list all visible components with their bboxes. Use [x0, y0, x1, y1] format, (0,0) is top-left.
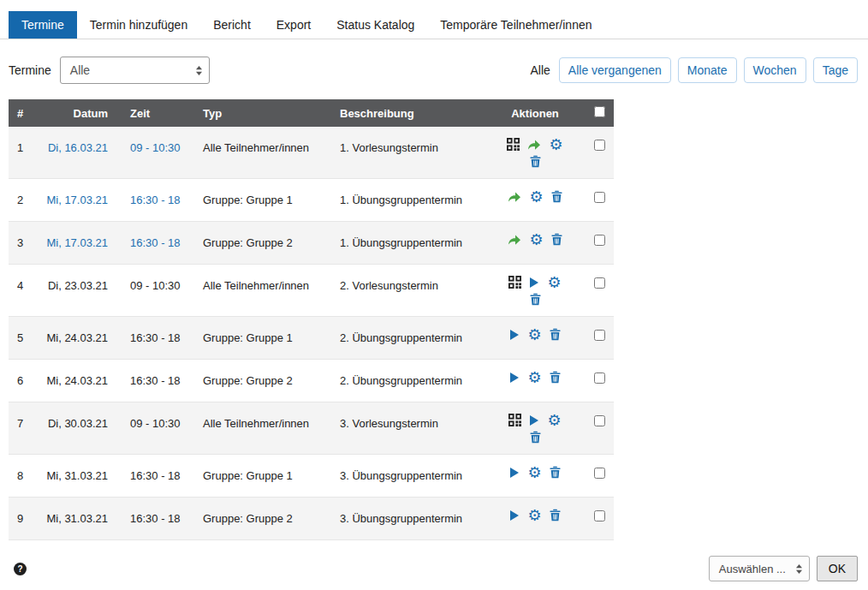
table-row: 4 Di, 23.03.21 09 - 10:30 Alle Teilnehme… — [9, 265, 614, 317]
table-row: 3 Mi, 17.03.21 16:30 - 18 Gruppe: Gruppe… — [9, 222, 614, 265]
range-label: Alle — [530, 63, 550, 77]
tab-bar: Termine Termin hinzufügen Bericht Export… — [0, 0, 868, 39]
bulk-action-area: Auswählen ... OK — [709, 556, 858, 581]
table-row: 8 Mi, 31.03.21 16:30 - 18 Gruppe: Gruppe… — [9, 455, 614, 498]
play-icon[interactable] — [529, 275, 539, 289]
table-header-row: # Datum Zeit Typ Beschreibung Aktionen — [9, 99, 614, 127]
cell-num: 4 — [9, 265, 38, 317]
cell-type: Alle Teilnehmer/innen — [196, 265, 333, 317]
cell-type: Gruppe: Gruppe 2 — [196, 498, 333, 540]
termine-filter-select[interactable]: Alle — [60, 57, 210, 84]
date-link[interactable]: Mi, 17.03.21 — [46, 236, 108, 249]
select-stepper-icon — [795, 563, 803, 575]
tab-termine[interactable]: Termine — [9, 11, 77, 39]
trash-icon[interactable] — [550, 465, 561, 480]
trash-icon[interactable] — [530, 154, 541, 169]
cell-num: 7 — [9, 402, 38, 455]
row-checkbox[interactable] — [594, 468, 605, 479]
cell-time: 16:30 - 18 — [123, 455, 196, 498]
cell-type: Gruppe: Gruppe 2 — [196, 360, 333, 402]
cell-description: 3. Übungsgruppentermin — [333, 455, 485, 498]
date-link[interactable]: Mi, 17.03.21 — [46, 194, 108, 206]
trash-icon[interactable] — [530, 430, 541, 444]
row-checkbox[interactable] — [594, 192, 605, 203]
gear-icon[interactable]: ⚙ — [529, 232, 543, 247]
range-button-tage[interactable]: Tage — [813, 57, 858, 83]
cell-num: 6 — [9, 360, 38, 402]
row-checkbox[interactable] — [594, 140, 605, 151]
header-num: # — [9, 99, 38, 127]
filter-label: Termine — [9, 63, 51, 77]
row-checkbox[interactable] — [594, 415, 605, 426]
trash-icon[interactable] — [551, 232, 562, 247]
gear-icon[interactable]: ⚙ — [547, 413, 561, 427]
range-button-wochen[interactable]: Wochen — [744, 57, 806, 83]
table-row: 6 Mi, 24.03.21 16:30 - 18 Gruppe: Gruppe… — [9, 360, 614, 402]
table-row: 1 Di, 16.03.21 09 - 10:30 Alle Teilnehme… — [9, 127, 614, 179]
cell-type: Alle Teilnehmer/innen — [196, 127, 333, 179]
bulk-action-value: Auswählen ... — [719, 563, 786, 575]
play-icon[interactable] — [509, 327, 520, 342]
cell-time: 16:30 - 18 — [123, 317, 196, 360]
play-icon[interactable] — [509, 508, 520, 522]
cell-type: Gruppe: Gruppe 1 — [196, 179, 333, 222]
cell-num: 1 — [9, 127, 38, 179]
tab-export[interactable]: Export — [264, 11, 324, 39]
forward-arrow-icon[interactable] — [527, 137, 541, 152]
time-link[interactable]: 16:30 - 18 — [130, 194, 181, 206]
gear-icon[interactable]: ⚙ — [527, 327, 541, 342]
cell-time: 16:30 - 18 — [123, 360, 196, 402]
cell-description: 3. Vorlesungstermin — [333, 402, 485, 455]
cell-time: 09 - 10:30 — [123, 265, 196, 317]
gear-icon[interactable]: ⚙ — [547, 275, 561, 289]
gear-icon[interactable]: ⚙ — [529, 189, 543, 204]
tab-bericht[interactable]: Bericht — [200, 11, 264, 39]
row-checkbox[interactable] — [594, 372, 605, 384]
row-checkbox[interactable] — [594, 277, 605, 289]
row-checkbox[interactable] — [594, 510, 605, 521]
tab-termin-hinzufuegen[interactable]: Termin hinzufügen — [77, 11, 200, 39]
trash-icon[interactable] — [550, 327, 561, 342]
time-link[interactable]: 09 - 10:30 — [130, 141, 181, 154]
trash-icon[interactable] — [551, 189, 562, 204]
cell-description: 2. Übungsgruppentermin — [333, 317, 485, 360]
cell-type: Gruppe: Gruppe 1 — [196, 455, 333, 498]
bulk-action-select[interactable]: Auswählen ... — [709, 556, 810, 581]
play-icon[interactable] — [529, 413, 539, 427]
date-link[interactable]: Di, 16.03.21 — [48, 141, 108, 154]
row-checkbox[interactable] — [594, 235, 605, 246]
range-button-monate[interactable]: Monate — [678, 57, 737, 83]
cell-description: 2. Übungsgruppentermin — [333, 360, 485, 402]
forward-arrow-icon[interactable] — [508, 189, 521, 204]
cell-num: 9 — [9, 498, 38, 540]
forward-arrow-icon[interactable] — [508, 232, 521, 247]
cell-type: Alle Teilnehmer/innen — [196, 402, 333, 455]
table-row: 7 Di, 30.03.21 09 - 10:30 Alle Teilnehme… — [9, 402, 614, 455]
tab-status-katalog[interactable]: Status Katalog — [324, 11, 427, 39]
time-link[interactable]: 16:30 - 18 — [130, 236, 181, 249]
row-checkbox[interactable] — [594, 330, 605, 341]
trash-icon[interactable] — [550, 508, 561, 522]
cell-description: 1. Übungsgruppentermin — [333, 179, 485, 222]
gear-icon[interactable]: ⚙ — [527, 370, 541, 384]
cell-type: Gruppe: Gruppe 2 — [196, 222, 333, 265]
table-row: 5 Mi, 24.03.21 16:30 - 18 Gruppe: Gruppe… — [9, 317, 614, 360]
cell-num: 8 — [9, 455, 38, 498]
gear-icon[interactable]: ⚙ — [527, 465, 541, 480]
ok-button[interactable]: OK — [817, 556, 858, 581]
gear-icon[interactable]: ⚙ — [549, 137, 562, 152]
page-footer: ? Auswählen ... OK — [14, 556, 858, 581]
tab-temporaere-teilnehmer[interactable]: Temporäre Teilnehmer/innen — [427, 11, 604, 39]
trash-icon[interactable] — [550, 370, 561, 384]
qr-grid-icon[interactable] — [507, 137, 520, 152]
qr-grid-icon[interactable] — [508, 413, 521, 427]
play-icon[interactable] — [509, 370, 520, 384]
trash-icon[interactable] — [530, 292, 541, 307]
play-icon[interactable] — [509, 465, 520, 480]
range-button-alle-vergangenen[interactable]: Alle vergangenen — [559, 57, 671, 83]
gear-icon[interactable]: ⚙ — [527, 508, 541, 522]
help-icon[interactable]: ? — [14, 563, 27, 575]
qr-grid-icon[interactable] — [508, 275, 521, 289]
header-aktionen: Aktionen — [485, 99, 585, 127]
select-all-checkbox[interactable] — [594, 106, 605, 117]
